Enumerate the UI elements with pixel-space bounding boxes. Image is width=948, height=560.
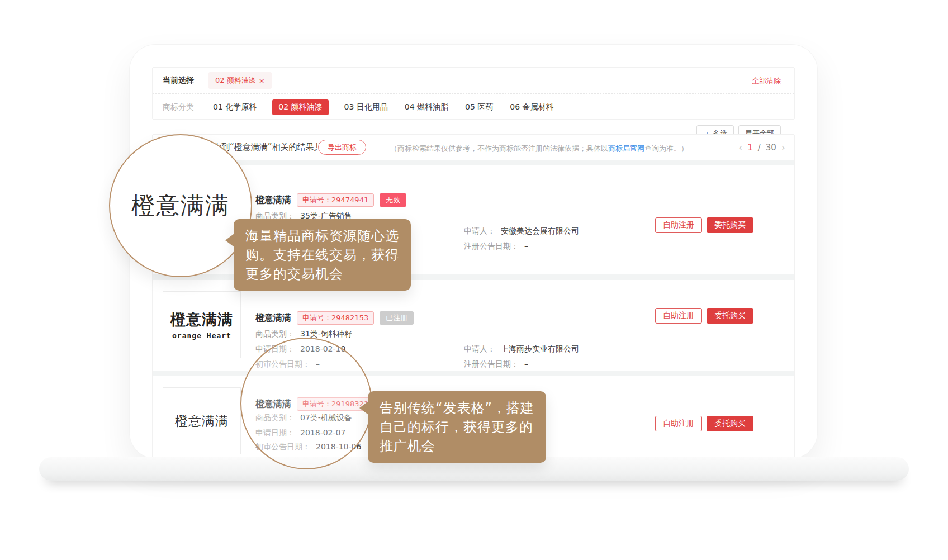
export-trademark-button[interactable]: 导出商标 bbox=[318, 140, 366, 155]
status-badge-invalid: 无效 bbox=[380, 193, 406, 207]
row-actions: 自助注册 委托购买 bbox=[655, 217, 753, 233]
category-item-02-selected[interactable]: 02 颜料油漆 bbox=[272, 99, 328, 115]
magnified-trademark-text: 橙意满满 bbox=[131, 190, 230, 221]
pagination: ‹ 1 / 30 › bbox=[729, 135, 794, 160]
trademark-title-line: 橙意满满 申请号：29474941 无效 bbox=[255, 193, 406, 207]
results-disclaimer: （商标检索结果仅供参考，不作为商标能否注册的法律依据；具体以商标局官网查询为准。… bbox=[390, 144, 688, 154]
trademark-image-2: 橙意满满 orange Heart bbox=[163, 291, 241, 358]
tooltip-line: 告别传统“发表格”，搭建 bbox=[380, 398, 534, 417]
trademark-thumb-subtext: orange Heart bbox=[172, 331, 231, 340]
category-list: 01 化学原料 02 颜料油漆 03 日化用品 04 燃料油脂 05 医药 06… bbox=[212, 99, 555, 115]
category-label: 商标分类 bbox=[163, 102, 194, 112]
trademark-office-link[interactable]: 商标局官网 bbox=[608, 144, 644, 153]
page: 当前选择 02 颜料油漆 × 全部清除 商标分类 01 化学原料 02 颜料油漆… bbox=[0, 0, 948, 560]
tooltip-line: 更多的交易机会 bbox=[245, 264, 399, 283]
application-number-badge: 申请号：29482153 bbox=[297, 311, 374, 325]
selected-filter-tag[interactable]: 02 颜料油漆 × bbox=[208, 72, 272, 89]
tooltip-arrow-left-icon bbox=[225, 234, 234, 247]
field-registration-publication: 注册公告日期：– bbox=[464, 359, 528, 369]
current-selection-row: 当前选择 02 颜料油漆 × 全部清除 bbox=[153, 68, 794, 94]
disclaimer-text-pre: （商标检索结果仅供参考，不作为商标能否注册的法律依据；具体以 bbox=[390, 144, 608, 153]
trademark-name[interactable]: 橙意满满 bbox=[255, 312, 291, 324]
row-actions: 自助注册 委托购买 bbox=[655, 416, 753, 431]
tooltip-arrow-left-icon bbox=[359, 401, 368, 415]
disclaimer-text-post: 查询为准。） bbox=[644, 144, 688, 153]
trademark-name[interactable]: 橙意满满 bbox=[255, 194, 291, 206]
category-item-05[interactable]: 05 医药 bbox=[464, 99, 494, 115]
filter-panel: 当前选择 02 颜料油漆 × 全部清除 商标分类 01 化学原料 02 颜料油漆… bbox=[152, 67, 795, 120]
result-row-2: 橙意满满 orange Heart 橙意满满 申请号：29482153 已注册 … bbox=[153, 280, 794, 371]
close-icon[interactable]: × bbox=[259, 77, 265, 85]
magnifier-circle-bottom bbox=[240, 338, 372, 469]
tooltip-line: 推广机会 bbox=[380, 436, 534, 455]
tooltip-line: 海量精品商标资源随心选 bbox=[245, 226, 399, 245]
row-actions: 自助注册 委托购买 bbox=[655, 308, 753, 324]
category-row: 商标分类 01 化学原料 02 颜料油漆 03 日化用品 04 燃料油脂 05 … bbox=[153, 94, 794, 120]
field-applicant: 申请人：安徽美达会展有限公司 bbox=[464, 226, 579, 236]
page-total: 30 bbox=[766, 143, 776, 153]
current-selection-label: 当前选择 bbox=[163, 75, 194, 86]
divider bbox=[153, 160, 794, 165]
self-register-button[interactable]: 自助注册 bbox=[655, 416, 702, 431]
trademark-title-line: 橙意满满 申请号：29482153 已注册 bbox=[255, 311, 414, 325]
trademark-thumb-text: 橙意满满 bbox=[175, 412, 229, 430]
category-item-01[interactable]: 01 化学原料 bbox=[212, 99, 258, 115]
clear-all-link[interactable]: 全部清除 bbox=[752, 76, 781, 86]
trademark-thumb-text: 橙意满满 bbox=[170, 310, 233, 330]
status-badge-registered: 已注册 bbox=[380, 311, 414, 325]
self-register-button[interactable]: 自助注册 bbox=[655, 308, 702, 324]
entrust-buy-button[interactable]: 委托购买 bbox=[707, 308, 753, 324]
magnifier-circle-top: 橙意满满 bbox=[109, 134, 252, 277]
category-item-03[interactable]: 03 日化用品 bbox=[343, 99, 389, 115]
category-item-04[interactable]: 04 燃料油脂 bbox=[404, 99, 449, 115]
page-separator: / bbox=[758, 143, 761, 153]
category-item-06[interactable]: 06 金属材料 bbox=[509, 99, 554, 115]
chevron-right-icon[interactable]: › bbox=[781, 141, 785, 153]
entrust-buy-button[interactable]: 委托购买 bbox=[707, 416, 753, 431]
selected-filter-tag-label: 02 颜料油漆 bbox=[215, 75, 256, 86]
field-applicant: 申请人：上海雨步实业有限公司 bbox=[464, 344, 579, 354]
tooltip-line: 自己的标行，获得更多的 bbox=[380, 417, 534, 436]
chevron-left-icon[interactable]: ‹ bbox=[738, 141, 742, 153]
tooltip-line: 购。支持在线交易，获得 bbox=[245, 245, 399, 264]
tooltip-promo: 告别传统“发表格”，搭建 自己的标行，获得更多的 推广机会 bbox=[368, 391, 546, 463]
self-register-button[interactable]: 自助注册 bbox=[655, 217, 702, 233]
tooltip-trade: 海量精品商标资源随心选 购。支持在线交易，获得 更多的交易机会 bbox=[234, 219, 411, 291]
page-current: 1 bbox=[747, 143, 753, 153]
application-number-badge: 申请号：29474941 bbox=[297, 193, 374, 207]
trademark-image-3: 橙意满满 bbox=[163, 387, 241, 454]
results-header: 当前分类下检索到“橙意满满”相关的结果共28 个 导出商标 （商标检索结果仅供参… bbox=[153, 135, 794, 160]
entrust-buy-button[interactable]: 委托购买 bbox=[707, 217, 753, 233]
field-registration-publication: 注册公告日期：– bbox=[464, 241, 528, 251]
